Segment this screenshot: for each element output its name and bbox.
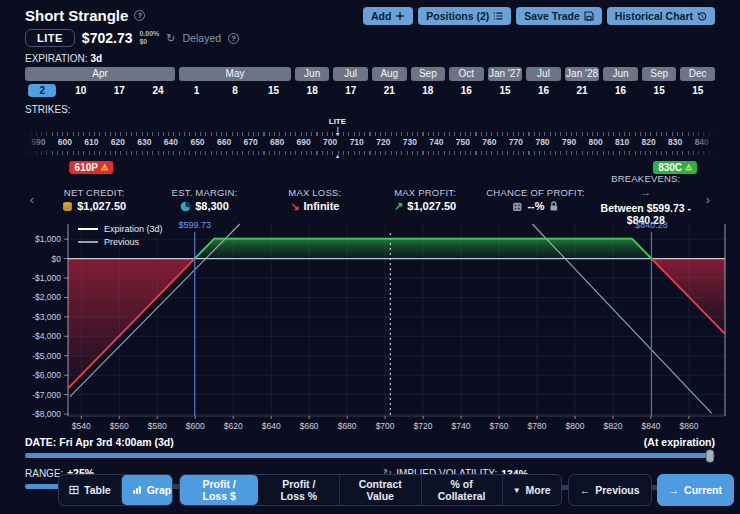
historical-chart-button-label: Historical Chart <box>615 10 693 22</box>
historical-chart-button[interactable]: Historical Chart <box>607 7 715 25</box>
add-button[interactable]: Add <box>363 7 413 25</box>
call-strike-badge[interactable]: 830C⚠ <box>653 161 697 174</box>
expiration-date-11[interactable]: 18 <box>411 84 446 98</box>
ruler-ticks-bottom <box>25 151 715 155</box>
contract-value-button[interactable]: Contract Value <box>339 475 421 505</box>
strikes-ruler[interactable]: 5906006106206306406506606706806907007107… <box>25 117 715 161</box>
lock-icon <box>549 201 559 211</box>
coins-icon <box>62 201 73 212</box>
ruler-label-690: 690 <box>297 137 311 147</box>
previous-button[interactable]: ←Previous <box>568 474 652 506</box>
expiration-date-18[interactable]: 15 <box>680 84 715 98</box>
date-slider[interactable] <box>25 453 715 458</box>
svg-text:$720: $720 <box>414 421 433 431</box>
expiration-line-swatch <box>78 228 98 230</box>
stat-value: --% <box>527 200 544 212</box>
svg-text:$0: $0 <box>52 254 62 264</box>
month-chip-sep[interactable]: Sep <box>642 67 677 81</box>
ruler-label-740: 740 <box>429 137 443 147</box>
month-chip-jan-27[interactable]: Jan '27 <box>488 67 523 81</box>
date-chip: 15 <box>499 85 510 96</box>
svg-text:$640: $640 <box>262 421 281 431</box>
stats-prev-chevron[interactable]: ‹ <box>25 192 39 207</box>
profit-loss-button[interactable]: Profit / Loss % <box>258 475 339 505</box>
graph-button[interactable]: Graph <box>121 475 174 505</box>
month-chip-aug[interactable]: Aug <box>372 67 407 81</box>
table-button[interactable]: Table <box>59 475 121 505</box>
underlying-price: $702.73 <box>82 30 133 46</box>
of-collateral-button[interactable]: % of Collateral <box>421 475 502 505</box>
expiration-date-4[interactable]: 24 <box>141 84 176 98</box>
expiration-date-1[interactable]: 2 <box>25 84 60 98</box>
month-chip-apr[interactable]: Apr <box>25 67 175 81</box>
month-chip-dec[interactable]: Dec <box>680 67 715 81</box>
month-chip-jul[interactable]: Jul <box>333 67 368 81</box>
ruler-label-730: 730 <box>403 137 417 147</box>
month-chip-oct[interactable]: Oct <box>449 67 484 81</box>
ruler-label-600: 600 <box>58 137 72 147</box>
expiration-date-3[interactable]: 17 <box>102 84 137 98</box>
expiration-date-14[interactable]: 16 <box>526 84 561 98</box>
expiration-date-16[interactable]: 16 <box>603 84 638 98</box>
save-trade-button[interactable]: Save Trade <box>516 7 601 25</box>
svg-text:$560: $560 <box>110 421 129 431</box>
page-title: Short Strangle <box>25 7 128 24</box>
dice-icon <box>512 201 523 212</box>
expiration-date-15[interactable]: 21 <box>565 84 600 98</box>
svg-text:-$1,000: -$1,000 <box>32 273 61 283</box>
stat-chance-of-profit: CHANCE OF PROFIT: --% <box>480 187 590 212</box>
ruler-label-670: 670 <box>243 137 257 147</box>
title-help-icon[interactable]: ? <box>134 10 145 21</box>
ruler-label-840: 840 <box>695 137 709 147</box>
stats-next-chevron[interactable]: › <box>701 192 715 207</box>
chart-legend: Expiration (3d) Previous <box>78 224 163 250</box>
month-chip-jun[interactable]: Jun <box>295 67 330 81</box>
lite-mode-toggle[interactable]: LITE <box>25 29 75 47</box>
month-chip-sep[interactable]: Sep <box>411 67 446 81</box>
ruler-label-830: 830 <box>668 137 682 147</box>
expiration-date-10[interactable]: 21 <box>372 84 407 98</box>
month-chip-may[interactable]: May <box>179 67 291 81</box>
svg-text:-$2,000: -$2,000 <box>32 292 61 302</box>
date-chip: 17 <box>345 85 356 96</box>
date-slider-knob[interactable] <box>706 449 714 462</box>
save-trade-button-label: Save Trade <box>524 10 579 22</box>
date-chip: 15 <box>268 85 279 96</box>
positions-2-button-label: Positions (2) <box>426 10 489 22</box>
expiration-date-17[interactable]: 15 <box>642 84 677 98</box>
month-chip-jan-28[interactable]: Jan '28 <box>565 67 600 81</box>
ruler-label-720: 720 <box>376 137 390 147</box>
more-button[interactable]: ▼More <box>502 475 561 505</box>
svg-text:$840.28: $840.28 <box>635 220 668 230</box>
expiration-date-8[interactable]: 18 <box>295 84 330 98</box>
date-chip: 18 <box>422 85 433 96</box>
expiration-date-13[interactable]: 15 <box>488 84 523 98</box>
profit-loss-button[interactable]: Profit / Loss $ <box>180 475 257 505</box>
ruler-label-700: 700 <box>323 137 337 147</box>
expiration-date-2[interactable]: 10 <box>64 84 99 98</box>
expiration-date-7[interactable]: 15 <box>256 84 291 98</box>
month-chip-jul[interactable]: Jul <box>526 67 561 81</box>
svg-text:$1,000: $1,000 <box>35 234 61 244</box>
expiration-date-6[interactable]: 8 <box>218 84 253 98</box>
svg-text:-$3,000: -$3,000 <box>32 312 61 322</box>
previous-line-swatch <box>78 241 98 243</box>
svg-text:$760: $760 <box>490 421 509 431</box>
expiration-date-5[interactable]: 1 <box>179 84 214 98</box>
put-strike-badge[interactable]: 610P⚠ <box>70 161 114 174</box>
expiration-date-12[interactable]: 16 <box>449 84 484 98</box>
positions-2-button[interactable]: Positions (2) <box>418 7 511 25</box>
refresh-icon[interactable]: ↻ <box>166 32 175 45</box>
history-icon <box>697 11 707 21</box>
ruler-label-750: 750 <box>456 137 470 147</box>
marker-triangle-up-icon[interactable]: ▴ <box>336 152 339 159</box>
ruler-label-800: 800 <box>588 137 602 147</box>
expiration-date-9[interactable]: 17 <box>333 84 368 98</box>
month-chip-jun[interactable]: Jun <box>603 67 638 81</box>
arrow-right-icon: → <box>669 484 680 496</box>
delayed-help-icon[interactable]: ? <box>228 33 239 44</box>
marker-triangle-down-icon[interactable]: ▾ <box>336 130 339 137</box>
add-button-label: Add <box>371 10 391 22</box>
expiration-grid: AprMayJunJulAugSepOctJan '27JulJan '28Ju… <box>25 67 715 98</box>
current-button[interactable]: →Current <box>657 474 734 506</box>
